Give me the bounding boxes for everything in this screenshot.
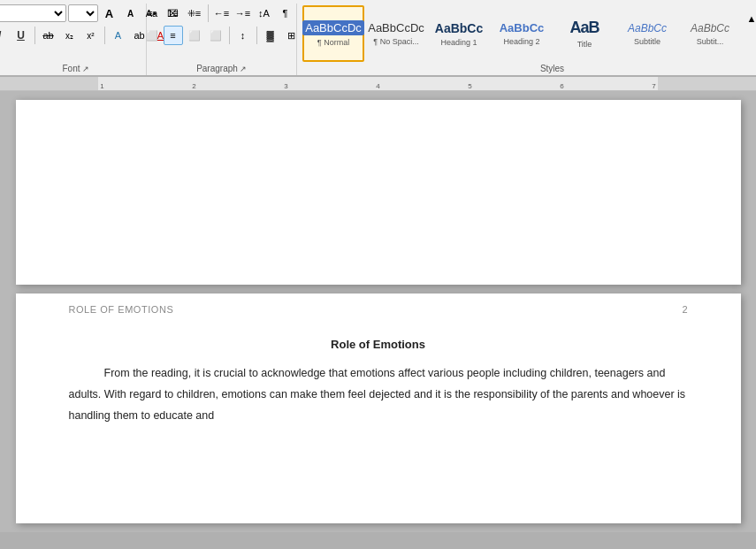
style-title-preview: AaB — [569, 19, 599, 37]
style-h1-preview: AaBbCc — [435, 21, 483, 35]
style-title-label: Title — [577, 40, 592, 49]
line-spacing-btn[interactable]: ↕ — [233, 26, 253, 45]
sep3 — [208, 4, 209, 22]
font-label: Font ↗ — [62, 64, 88, 75]
superscript-btn[interactable]: x² — [81, 26, 101, 45]
underline-btn[interactable]: U — [11, 26, 31, 45]
style-h1-label: Heading 1 — [440, 38, 477, 47]
doc-body[interactable]: From the reading, it is crucial to ackno… — [69, 363, 688, 426]
style-no-spacing[interactable]: AaBbCcDc ¶ No Spaci... — [365, 5, 427, 62]
align-left-btn[interactable]: ⬜ — [142, 26, 162, 45]
style-no-spacing-label: ¶ No Spaci... — [373, 37, 418, 46]
font-section: Calibri 11 A A Aa ⌧ B I U ab x₂ x² A — [5, 4, 147, 75]
style-h2-preview: AaBbCc — [500, 21, 545, 34]
font-size-dropdown[interactable]: 11 — [68, 4, 98, 22]
font-expand-icon[interactable]: ↗ — [82, 65, 89, 73]
style-no-spacing-preview: AaBbCcDc — [368, 21, 424, 34]
style-title[interactable]: AaB Title — [554, 5, 615, 62]
ruler-inner: 1 2 3 4 5 6 7 — [0, 77, 756, 90]
style-heading2[interactable]: AaBbCc Heading 2 — [491, 5, 553, 62]
show-formatting-btn[interactable]: ¶ — [276, 4, 295, 23]
align-right-btn[interactable]: ⬜ — [185, 26, 204, 45]
style-subtitle-preview: AaBbCc — [628, 22, 667, 34]
multilevel-btn[interactable]: ⁜≡ — [185, 4, 204, 23]
para-row2: ⬜ ≡ ⬜ ⬜ ↕ ▓ ⊞ — [142, 26, 302, 45]
decrease-font-btn[interactable]: A — [121, 4, 141, 23]
paragraph-label: Paragraph ↗ — [196, 64, 247, 75]
subscript-btn[interactable]: x₂ — [60, 26, 80, 45]
page-2[interactable]: ROLE OF EMOTIONS 2 Role of Emotions From… — [16, 294, 741, 523]
style-subtle-label: Subtit... — [697, 37, 724, 46]
style-normal-preview: AaBbCcDc — [302, 20, 364, 35]
style-subtle[interactable]: AaBbCc Subtit... — [679, 5, 741, 62]
bullets-btn[interactable]: ≡• — [142, 4, 162, 23]
increase-indent-btn[interactable]: →≡ — [233, 4, 253, 23]
style-heading1[interactable]: AaBbCc Heading 1 — [428, 5, 490, 62]
page-1 — [16, 100, 741, 285]
ribbon: Calibri 11 A A Aa ⌧ B I U ab x₂ x² A — [0, 0, 756, 77]
sep1 — [34, 27, 35, 44]
styles-label: Styles — [540, 64, 564, 75]
increase-font-btn[interactable]: A — [100, 4, 119, 23]
styles-section: AaBbCcDc ¶ Normal AaBbCcDc ¶ No Spaci...… — [297, 4, 756, 75]
text-effect-btn[interactable]: A — [109, 26, 128, 45]
align-center-btn[interactable]: ≡ — [164, 26, 183, 45]
para-row1: ≡• 1≡ ⁜≡ ←≡ →≡ ↕A ¶ — [142, 4, 295, 23]
numbering-btn[interactable]: 1≡ — [164, 4, 183, 23]
doc-title[interactable]: Role of Emotions — [69, 338, 688, 351]
sep4 — [229, 27, 230, 44]
para-expand-icon[interactable]: ↗ — [240, 65, 247, 73]
ruler: 1 2 3 4 5 6 7 — [0, 77, 756, 91]
document-area: ROLE OF EMOTIONS 2 Role of Emotions From… — [0, 91, 756, 532]
ribbon-main: Calibri 11 A A Aa ⌧ B I U ab x₂ x² A — [0, 0, 756, 75]
sep2 — [104, 27, 105, 44]
style-subtle-preview: AaBbCc — [691, 22, 729, 34]
style-subtitle[interactable]: AaBbCc Subtitle — [616, 5, 678, 62]
styles-gallery: AaBbCcDc ¶ Normal AaBbCcDc ¶ No Spaci...… — [302, 4, 756, 64]
style-subtitle-label: Subtitle — [634, 37, 661, 46]
strikethrough-btn[interactable]: ab — [39, 26, 58, 45]
font-family-dropdown[interactable]: Calibri — [0, 4, 66, 22]
decrease-indent-btn[interactable]: ←≡ — [212, 4, 232, 23]
paragraph-section: ≡• 1≡ ⁜≡ ←≡ →≡ ↕A ¶ ⬜ ≡ ⬜ ⬜ ↕ — [147, 4, 297, 75]
sep5 — [256, 27, 257, 44]
sort-btn[interactable]: ↕A — [255, 4, 274, 23]
style-h2-label: Heading 2 — [503, 37, 539, 46]
page-number: 2 — [682, 304, 687, 315]
style-normal[interactable]: AaBbCcDc ¶ Normal — [302, 5, 364, 62]
justify-btn[interactable]: ⬜ — [206, 26, 225, 45]
italic-btn[interactable]: I — [0, 26, 10, 45]
style-normal-label: ¶ Normal — [317, 38, 349, 47]
shading-btn[interactable]: ▓ — [261, 26, 280, 45]
styles-scroll-up[interactable]: ▲ — [742, 9, 756, 28]
page-header: ROLE OF EMOTIONS — [69, 304, 174, 315]
